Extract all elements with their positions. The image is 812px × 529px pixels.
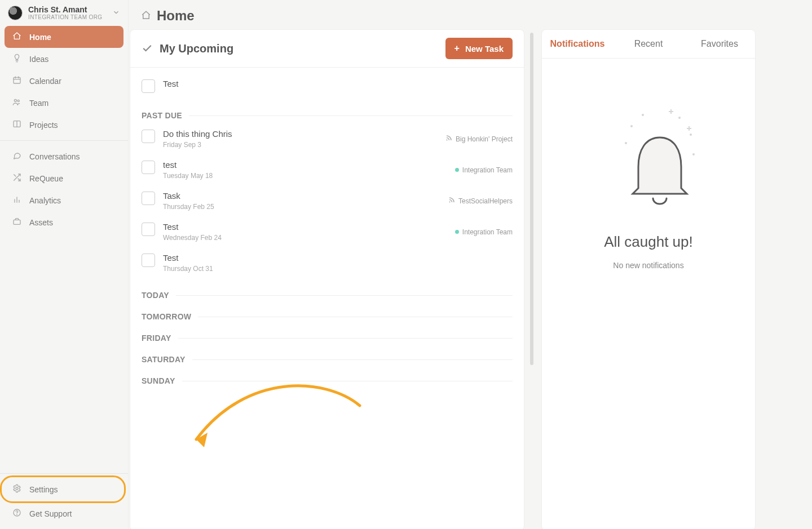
tab-favorites[interactable]: Favorites (684, 30, 755, 58)
rss-icon (448, 197, 455, 205)
svg-point-18 (446, 140, 447, 141)
section-label: SATURDAY (142, 355, 513, 364)
tab-notifications[interactable]: Notifications (542, 30, 613, 58)
sidebar-item-home[interactable]: Home (5, 26, 123, 48)
task-row[interactable]: testTuesday May 18Integration Team (142, 154, 513, 185)
sidebar-item-label: ReQueue (29, 174, 63, 183)
sidebar-item-calendar[interactable]: Calendar (5, 70, 123, 92)
page-header: Home (129, 0, 812, 27)
chat-icon (11, 151, 23, 162)
task-title: Test (163, 253, 513, 263)
sidebar-item-ideas[interactable]: Ideas (5, 48, 123, 70)
task-title: Test (163, 79, 513, 88)
gear-icon (11, 484, 23, 495)
sidebar-item-label: Analytics (29, 196, 61, 205)
svg-point-22 (678, 117, 681, 119)
sidebar-item-label: Team (29, 99, 48, 108)
task-date: Friday Sep 3 (163, 141, 445, 149)
task-title: test (163, 160, 455, 170)
sidebar-item-label: Home (29, 33, 51, 42)
status-dot-icon (455, 230, 459, 234)
task-row[interactable]: TestThursday Oct 31 (142, 247, 513, 278)
sidebar-item-get-support[interactable]: Get Support (5, 501, 123, 526)
case-icon (11, 217, 23, 228)
bulb-icon (11, 54, 23, 64)
calendar-icon (11, 75, 23, 86)
scroll-gutter (524, 29, 541, 529)
task-title: Task (163, 191, 448, 201)
sidebar-item-label: Assets (29, 218, 53, 227)
svg-point-19 (449, 202, 450, 203)
task-checkbox[interactable] (142, 161, 155, 174)
status-dot-icon (455, 168, 459, 172)
section-label: SUNDAY (142, 376, 513, 385)
svg-point-4 (14, 100, 16, 102)
task-meta: TestSocialHelpers (448, 197, 513, 205)
new-task-label: New Task (465, 44, 504, 54)
sidebar-item-label: Projects (29, 121, 58, 130)
sidebar: Chris St. Amant INTEGRATION TEAM ORG Hom… (0, 0, 129, 529)
task-checkbox[interactable] (142, 223, 155, 236)
task-checkbox[interactable] (142, 130, 155, 143)
svg-point-15 (16, 487, 18, 490)
task-checkbox[interactable] (142, 79, 155, 93)
sidebar-item-requeue[interactable]: ReQueue (5, 167, 123, 189)
avatar (8, 6, 23, 20)
task-meta: Big Honkin' Project (445, 135, 513, 143)
task-row[interactable]: TestWednesday Feb 24Integration Team (142, 216, 513, 247)
sidebar-item-label: Get Support (29, 509, 72, 518)
task-checkbox[interactable] (142, 192, 155, 205)
section-label: PAST DUE (142, 111, 513, 120)
svg-point-25 (692, 153, 695, 155)
check-icon (142, 42, 153, 55)
sidebar-item-assets[interactable]: Assets (5, 211, 123, 233)
svg-point-21 (642, 114, 644, 116)
bell-icon (615, 104, 682, 211)
task-date: Thursday Feb 25 (163, 203, 448, 211)
svg-point-23 (690, 134, 692, 136)
tab-recent[interactable]: Recent (613, 30, 684, 58)
bars-icon (11, 195, 23, 206)
scrollbar-thumb[interactable] (530, 33, 533, 365)
sidebar-item-conversations[interactable]: Conversations (5, 145, 123, 167)
task-title: Test (163, 222, 455, 232)
team-icon (11, 97, 23, 108)
projects-icon (11, 119, 23, 130)
task-row[interactable]: TaskThursday Feb 25TestSocialHelpers (142, 185, 513, 216)
sidebar-item-label: Calendar (29, 77, 61, 86)
notifications-card: NotificationsRecentFavorites (541, 29, 756, 529)
task-row[interactable]: Do this thing ChrisFriday Sep 3Big Honki… (142, 123, 513, 154)
svg-rect-14 (14, 220, 20, 225)
home-icon (141, 10, 151, 22)
user-name: Chris St. Amant (28, 6, 112, 14)
notifications-empty-title: All caught up! (604, 233, 693, 251)
svg-point-17 (17, 514, 17, 515)
new-task-button[interactable]: + New Task (445, 38, 513, 59)
task-row[interactable]: Test (142, 73, 513, 99)
sidebar-item-team[interactable]: Team (5, 92, 123, 114)
sidebar-item-label: Conversations (29, 152, 80, 161)
sidebar-item-label: Settings (29, 485, 58, 494)
section-label: TOMORROW (142, 312, 513, 321)
page-title: Home (157, 8, 195, 24)
rss-icon (445, 135, 452, 143)
task-checkbox[interactable] (142, 254, 155, 267)
shuffle-icon (11, 173, 23, 184)
sidebar-item-projects[interactable]: Projects (5, 114, 123, 136)
task-meta: Integration Team (455, 228, 513, 236)
task-date: Thursday Oct 31 (163, 265, 513, 273)
svg-point-24 (625, 142, 627, 144)
user-switcher[interactable]: Chris St. Amant INTEGRATION TEAM ORG (0, 0, 128, 26)
notifications-empty-sub: No new notifications (613, 261, 683, 270)
svg-line-10 (14, 175, 16, 176)
task-date: Tuesday May 18 (163, 172, 455, 180)
sidebar-item-analytics[interactable]: Analytics (5, 189, 123, 211)
section-label: TODAY (142, 291, 513, 300)
chevron-down-icon (112, 8, 120, 18)
sidebar-item-settings[interactable]: Settings (5, 477, 123, 501)
task-title: Do this thing Chris (163, 129, 445, 139)
task-date: Wednesday Feb 24 (163, 234, 455, 242)
upcoming-title: My Upcoming (160, 42, 445, 55)
plus-icon: + (454, 43, 460, 54)
section-label: FRIDAY (142, 334, 513, 343)
